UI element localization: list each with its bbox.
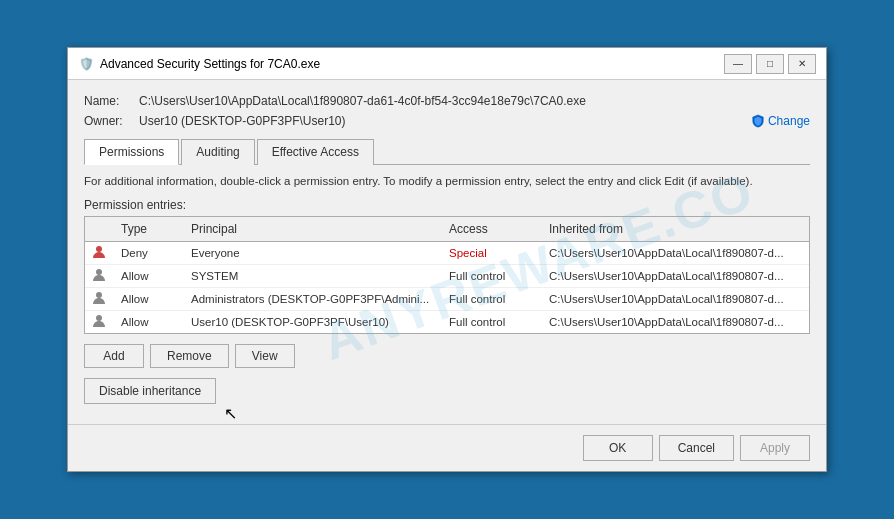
close-button[interactable]: ✕ xyxy=(788,54,816,74)
col-icon xyxy=(89,219,119,239)
col-principal: Principal xyxy=(189,219,447,239)
table-row[interactable]: Allow Administrators (DESKTOP-G0PF3PF\Ad… xyxy=(85,288,809,311)
owner-value: User10 (DESKTOP-G0PF3PF\User10) xyxy=(139,114,751,128)
table-header: Type Principal Access Inherited from xyxy=(85,217,809,242)
name-value: C:\Users\User10\AppData\Local\1f890807-d… xyxy=(139,94,810,108)
name-label: Name: xyxy=(84,94,139,108)
row-type: Allow xyxy=(119,269,189,283)
row-type: Deny xyxy=(119,246,189,260)
user-allow-icon xyxy=(91,313,107,329)
row-principal: Administrators (DESKTOP-G0PF3PF\Admini..… xyxy=(189,292,447,306)
user-allow-icon xyxy=(91,267,107,283)
row-principal: Everyone xyxy=(189,246,447,260)
row-inherited: C:\Users\User10\AppData\Local\1f890807-d… xyxy=(547,315,805,329)
row-icon xyxy=(89,266,119,286)
window-title: Advanced Security Settings for 7CA0.exe xyxy=(100,57,320,71)
maximize-button[interactable]: □ xyxy=(756,54,784,74)
row-access: Full control xyxy=(447,292,547,306)
user-deny-icon xyxy=(91,244,107,260)
bottom-buttons-bar: OK Cancel Apply xyxy=(68,424,826,471)
permissions-table: Type Principal Access Inherited from Den… xyxy=(84,216,810,334)
row-inherited: C:\Users\User10\AppData\Local\1f890807-d… xyxy=(547,269,805,283)
owner-row: Owner: User10 (DESKTOP-G0PF3PF\User10) C… xyxy=(84,114,810,128)
row-access: Full control xyxy=(447,315,547,329)
row-inherited: C:\Users\User10\AppData\Local\1f890807-d… xyxy=(547,292,805,306)
cancel-button[interactable]: Cancel xyxy=(659,435,734,461)
svg-point-3 xyxy=(96,315,102,321)
cursor-pointer-icon: ↖ xyxy=(224,404,237,423)
view-button[interactable]: View xyxy=(235,344,295,368)
row-access: Special xyxy=(447,246,547,260)
title-bar: 🛡️ Advanced Security Settings for 7CA0.e… xyxy=(68,48,826,80)
window-icon: 🛡️ xyxy=(78,56,94,72)
col-inherited: Inherited from xyxy=(547,219,805,239)
table-row[interactable]: Deny Everyone Special C:\Users\User10\Ap… xyxy=(85,242,809,265)
row-icon xyxy=(89,243,119,263)
tab-auditing[interactable]: Auditing xyxy=(181,139,254,165)
shield-icon xyxy=(751,114,765,128)
dialog-content: Name: C:\Users\User10\AppData\Local\1f89… xyxy=(68,80,826,423)
user-allow-icon xyxy=(91,290,107,306)
row-inherited: C:\Users\User10\AppData\Local\1f890807-d… xyxy=(547,246,805,260)
svg-point-1 xyxy=(96,269,102,275)
row-type: Allow xyxy=(119,315,189,329)
advanced-security-window: ANYREWARE.CO 🛡️ Advanced Security Settin… xyxy=(67,47,827,471)
name-row: Name: C:\Users\User10\AppData\Local\1f89… xyxy=(84,94,810,108)
row-icon xyxy=(89,312,119,332)
table-row[interactable]: Allow User10 (DESKTOP-G0PF3PF\User10) Fu… xyxy=(85,311,809,333)
permission-entries-label: Permission entries: xyxy=(84,198,810,212)
remove-button[interactable]: Remove xyxy=(150,344,229,368)
tab-effective-access[interactable]: Effective Access xyxy=(257,139,374,165)
info-text: For additional information, double-click… xyxy=(84,173,810,189)
apply-button[interactable]: Apply xyxy=(740,435,810,461)
table-row[interactable]: Allow SYSTEM Full control C:\Users\User1… xyxy=(85,265,809,288)
minimize-button[interactable]: — xyxy=(724,54,752,74)
change-link[interactable]: Change xyxy=(751,114,810,128)
tab-bar: Permissions Auditing Effective Access xyxy=(84,138,810,165)
row-access: Full control xyxy=(447,269,547,283)
disable-inheritance-button[interactable]: Disable inheritance xyxy=(84,378,216,404)
col-type: Type xyxy=(119,219,189,239)
tab-permissions[interactable]: Permissions xyxy=(84,139,179,165)
change-label: Change xyxy=(768,114,810,128)
window-controls: — □ ✕ xyxy=(724,54,816,74)
add-button[interactable]: Add xyxy=(84,344,144,368)
svg-point-0 xyxy=(96,246,102,252)
disable-inheritance-container: Disable inheritance ↖ xyxy=(84,378,810,404)
ok-button[interactable]: OK xyxy=(583,435,653,461)
owner-label: Owner: xyxy=(84,114,139,128)
svg-point-2 xyxy=(96,292,102,298)
row-principal: SYSTEM xyxy=(189,269,447,283)
row-icon xyxy=(89,289,119,309)
row-type: Allow xyxy=(119,292,189,306)
col-access: Access xyxy=(447,219,547,239)
action-buttons: Add Remove View xyxy=(84,344,810,368)
row-principal: User10 (DESKTOP-G0PF3PF\User10) xyxy=(189,315,447,329)
